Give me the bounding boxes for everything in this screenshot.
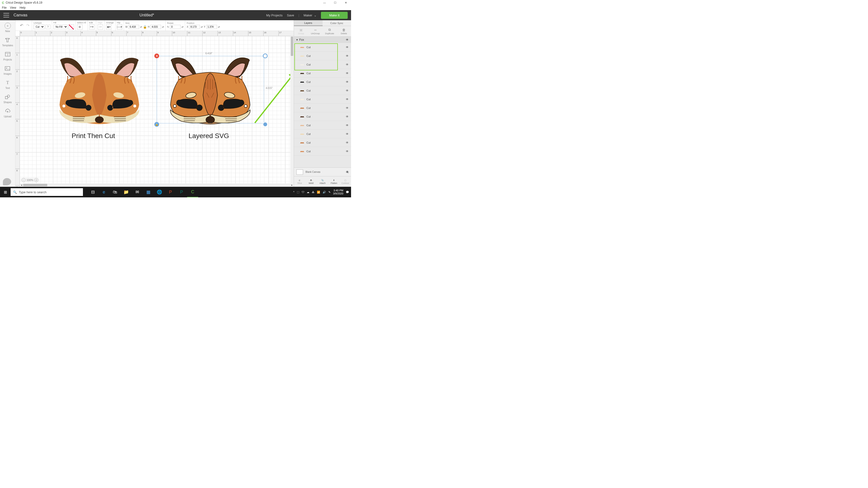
canvas-swatch[interactable] [296, 169, 303, 175]
width-input[interactable] [128, 25, 139, 29]
machine-select[interactable]: Maker ⌄ [304, 13, 317, 17]
menu-view[interactable]: View [10, 6, 16, 9]
visibility-icon[interactable]: 👁 [346, 54, 349, 58]
undo-button[interactable]: ↶ [19, 23, 24, 28]
selection-rotate-handle[interactable] [263, 54, 268, 58]
contour-button[interactable]: ▢Contour [340, 176, 351, 187]
height-input[interactable] [151, 25, 161, 29]
app-icon-1[interactable]: ▦ [143, 187, 154, 197]
tab-layers[interactable]: Layers [294, 20, 322, 26]
rotate-input[interactable] [170, 25, 181, 29]
save-link[interactable]: Save [287, 13, 294, 17]
close-button[interactable]: ✕ [340, 0, 351, 5]
y-input[interactable] [207, 25, 217, 29]
cricut-icon[interactable]: C [187, 187, 198, 197]
layer-item[interactable]: Cut👁 [294, 69, 351, 77]
linetype-select[interactable]: Cut [33, 25, 44, 29]
duplicate-button[interactable]: ⧉Duplicate [322, 26, 337, 36]
selection-resize-handle[interactable] [263, 122, 268, 127]
chrome-icon[interactable]: 🌐 [154, 187, 165, 197]
explorer-icon[interactable]: 📁 [121, 187, 132, 197]
dropbox-icon[interactable]: ⬚ [297, 191, 299, 194]
new-button[interactable]: +New [5, 23, 11, 33]
mail-icon[interactable]: ✉ [132, 187, 143, 197]
visibility-icon[interactable]: 👁 [346, 72, 349, 75]
notifications-icon[interactable]: 💬 [346, 191, 349, 194]
menu-file[interactable]: File [2, 6, 6, 9]
fox-image-1[interactable] [46, 57, 152, 127]
layer-item[interactable]: Cut👁 [294, 130, 351, 138]
group-button[interactable]: ▣Group [294, 26, 308, 36]
vertical-scrollbar[interactable] [290, 36, 294, 184]
visibility-icon[interactable]: 👁 [346, 38, 349, 41]
flip-dropdown[interactable]: ▷◁▾ [117, 24, 122, 30]
powerpoint-icon[interactable]: P [165, 187, 176, 197]
layer-group-header[interactable]: ▾ Fox 👁 [294, 37, 351, 43]
chat-bubble-icon[interactable] [3, 178, 11, 185]
visibility-icon[interactable]: 👁 [346, 124, 349, 127]
taskbar-search[interactable]: 🔍 Type here to search [10, 188, 83, 196]
arrange-dropdown[interactable]: ▣▾ [106, 24, 112, 30]
align-dropdown[interactable]: ≡▾ [98, 24, 103, 30]
tab-color-sync[interactable]: Color Sync [322, 20, 351, 26]
ungroup-button[interactable]: ▫▫UnGroup [308, 26, 322, 36]
edge-icon[interactable]: e [98, 187, 110, 197]
wifi-icon[interactable]: 📶 [317, 191, 320, 194]
visibility-icon[interactable]: 👁 [346, 150, 349, 153]
security-icon[interactable]: 🛡 [302, 191, 304, 194]
hamburger-icon[interactable] [3, 13, 9, 18]
fill-select[interactable]: No Fill [54, 25, 68, 29]
linetype-help[interactable]: ? [45, 25, 51, 29]
templates-button[interactable]: Templates [2, 37, 13, 47]
make-it-button[interactable]: Make It [321, 12, 348, 19]
start-button[interactable]: ⊞ [0, 187, 10, 197]
layer-item[interactable]: Cut👁 [294, 43, 351, 52]
canvas[interactable]: 01234567891011121314151617 0123456789 [16, 31, 294, 187]
pen-icon[interactable]: ✎ [329, 191, 331, 194]
horizontal-scrollbar[interactable]: ◄► [20, 184, 294, 187]
visibility-icon[interactable]: 👁 [346, 89, 349, 92]
visibility-icon[interactable]: 👁 [346, 98, 349, 101]
redo-button[interactable]: ↷ [25, 23, 30, 28]
delete-button[interactable]: 🗑Delete [337, 26, 351, 36]
zoom-out-button[interactable]: − [22, 178, 26, 182]
canvas-text-2[interactable]: Layered SVG [189, 132, 229, 140]
attach-button[interactable]: 📎Attach [317, 176, 328, 187]
minimize-button[interactable]: — [319, 0, 330, 5]
visibility-icon[interactable]: 👁 [346, 115, 349, 118]
x-input[interactable] [189, 25, 200, 29]
text-button[interactable]: TText [5, 79, 11, 89]
visibility-icon[interactable]: 👁 [346, 45, 349, 49]
fill-color[interactable] [69, 24, 74, 30]
volume-icon[interactable]: 🔊 [322, 191, 326, 194]
network-icon[interactable]: 🖧 [312, 191, 314, 194]
layer-item[interactable]: Cut👁 [294, 147, 351, 156]
menu-help[interactable]: Help [20, 6, 26, 9]
visibility-icon[interactable]: 👁 [346, 141, 349, 144]
weld-button[interactable]: ◓Weld [305, 176, 317, 187]
flatten-button[interactable]: ⬇Flatten [328, 176, 340, 187]
shapes-button[interactable]: Shapes [4, 94, 12, 104]
task-view-icon[interactable]: ⊟ [87, 187, 98, 197]
upload-button[interactable]: Upload [4, 108, 11, 118]
publisher-icon[interactable]: P [176, 187, 187, 197]
tray-expand-icon[interactable]: ^ [293, 191, 294, 194]
layer-item[interactable]: Cut👁 [294, 52, 351, 60]
visibility-off-icon[interactable]: 👁‍🗨 [346, 171, 349, 173]
layer-item[interactable]: Cut👁 [294, 138, 351, 147]
blank-canvas-row[interactable]: Blank Canvas 👁‍🗨 [294, 167, 351, 176]
maximize-button[interactable]: ☐ [330, 0, 340, 5]
clock[interactable]: 3:40 PM 3/9/2020 [333, 189, 343, 195]
layer-item[interactable]: Cut👁 [294, 104, 351, 112]
slice-button[interactable]: ◐Slice [294, 176, 305, 187]
visibility-icon[interactable]: 👁 [346, 63, 349, 66]
visibility-icon[interactable]: 👁 [346, 106, 349, 110]
layer-item[interactable]: Cut👁 [294, 95, 351, 104]
lock-aspect-icon[interactable]: 🔒 [143, 25, 147, 29]
selection-delete-button[interactable]: ✕ [154, 54, 159, 58]
canvas-text-1[interactable]: Print Then Cut [72, 132, 115, 140]
layer-item[interactable]: Cut👁 [294, 121, 351, 130]
visibility-icon[interactable]: 👁 [346, 80, 349, 84]
collapse-icon[interactable]: ▾ [296, 38, 298, 41]
edit-dropdown[interactable]: ✂▾ [89, 24, 94, 30]
